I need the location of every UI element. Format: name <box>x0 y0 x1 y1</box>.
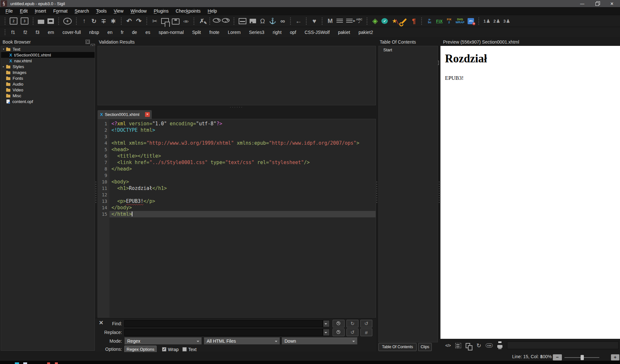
menu-file[interactable]: File <box>2 8 16 14</box>
code-line-9[interactable] <box>109 172 376 179</box>
code-line-1[interactable]: <?xml version="1.0" encoding="utf-8"?> <box>109 120 376 127</box>
anchor-icon[interactable]: ⚓ <box>269 16 276 26</box>
epubcheck-icon[interactable]: ◈ <box>372 16 378 26</box>
quick-button-opf[interactable]: opf <box>290 30 296 35</box>
find-marked-icon[interactable] <box>222 18 230 23</box>
index-editor-icon[interactable] <box>346 19 353 23</box>
code-line-11[interactable]: <h1>Rozdział</h1> <box>109 185 376 192</box>
code-line-5[interactable]: <head> <box>109 146 376 153</box>
menu-checkpoints[interactable]: Checkpoints <box>172 8 204 14</box>
code-line-7[interactable]: <link href="../s/Style0001.css" type="te… <box>109 159 376 166</box>
tree-item-nav-xhtml[interactable]: Xnav.xhtml <box>1 58 95 64</box>
clean-source-icon[interactable]: ★ <box>391 16 398 26</box>
tab-table-of-contents[interactable]: Table Of Contents <box>378 343 417 351</box>
code-line-4[interactable]: <html xmlns="http://www.w3.org/1999/xhtm… <box>109 140 376 146</box>
open-file-icon[interactable] <box>38 20 44 24</box>
well-formed-check-icon[interactable]: ✓ <box>381 18 388 24</box>
quick-button-em[interactable]: em <box>48 30 54 35</box>
book-browser-float-icon[interactable] <box>86 40 90 44</box>
code-lines[interactable]: <?xml version="1.0" encoding="utf-8"?><!… <box>109 119 376 317</box>
new-epub2-icon[interactable]: 2 <box>10 17 17 25</box>
back-icon[interactable]: ← <box>295 16 302 26</box>
code-line-6[interactable]: <title></title> <box>109 153 376 159</box>
tab-clips[interactable]: Clips <box>418 343 432 351</box>
quick-button-pakiet2[interactable]: pakiet2 <box>358 30 373 35</box>
toc-editor-icon[interactable] <box>336 19 343 23</box>
mode-combo[interactable]: Regex <box>124 338 202 345</box>
code-line-8[interactable]: </head> <box>109 166 376 172</box>
quick-button-es[interactable]: es <box>145 30 150 35</box>
copy-icon[interactable] <box>466 343 470 348</box>
close-button[interactable]: ✕ <box>605 0 619 7</box>
code-editor[interactable]: 123456789101112131415 <?xml version="1.0… <box>98 119 376 318</box>
link-icon[interactable]: ∞ <box>279 16 286 26</box>
find-input[interactable] <box>124 320 323 327</box>
code-line-13[interactable]: <p>EPUB3!</p> <box>109 198 376 204</box>
taskbar-icon[interactable] <box>55 362 58 364</box>
quick-button-lorem[interactable]: Lorem <box>228 30 241 35</box>
undo-icon[interactable]: ↶ <box>126 16 132 26</box>
code-line-15[interactable]: </html> <box>109 211 376 217</box>
quick-button-en[interactable]: en <box>108 30 113 35</box>
plugin-abc-icon[interactable]: a-bc <box>426 16 433 26</box>
taskbar-icon[interactable] <box>23 362 27 364</box>
cut-icon[interactable]: ✂ <box>151 16 158 26</box>
tree-item-fonts[interactable]: Fonts <box>1 75 95 81</box>
special-characters-icon[interactable]: Ω <box>259 16 266 26</box>
code-line-3[interactable] <box>109 133 376 140</box>
metadata-editor-icon[interactable]: M <box>327 16 333 26</box>
horizontal-splitter-handle[interactable] <box>229 107 243 108</box>
quick-button-nbsp[interactable]: nbsp <box>89 30 99 35</box>
donate-icon[interactable]: ♥ <box>311 16 317 26</box>
tab-section0001[interactable]: X Section0001.xhtml ✕ <box>98 110 152 119</box>
taskbar-icon[interactable] <box>47 362 50 364</box>
add-existing-files-icon[interactable]: + <box>63 18 72 25</box>
count-all-button[interactable]: # <box>360 328 372 336</box>
replace-current-button[interactable]: ↻ <box>346 320 358 328</box>
plugin-slot3-icon[interactable]: 3 <box>503 16 510 26</box>
menu-window[interactable]: Window <box>127 8 150 14</box>
minimize-button[interactable]: — <box>575 0 589 7</box>
find-icon[interactable] <box>213 18 221 23</box>
tree-item-content-opf[interactable]: content.opf <box>1 99 95 104</box>
insert-image-icon[interactable] <box>250 19 256 23</box>
quick-button-cover-full[interactable]: cover-full <box>63 30 81 35</box>
inspect-code-icon[interactable]: </> <box>445 343 451 348</box>
tab-close-icon[interactable]: ✕ <box>145 112 150 117</box>
zoom-in-button[interactable]: + <box>611 354 619 360</box>
left-splitter-handle[interactable] <box>95 181 97 203</box>
replace-find-button[interactable] <box>333 328 345 336</box>
tree-item-text[interactable]: ▾Text <box>1 46 95 52</box>
quick-button-series3[interactable]: Series3 <box>249 30 264 35</box>
zoom-out-button[interactable]: − <box>553 354 562 360</box>
toc-item-start[interactable]: Start <box>379 46 438 52</box>
find-history-dropdown[interactable] <box>323 320 330 327</box>
code-line-14[interactable]: </body> <box>109 204 376 211</box>
quick-button-right[interactable]: right <box>273 30 282 35</box>
quick-button-fnote[interactable]: fnote <box>209 30 219 35</box>
plugin-svgwrap-icon[interactable]: SVGWRAP <box>456 16 465 26</box>
tree-item-t-section0001-xhtml[interactable]: Xt/Section0001.xhtml <box>1 52 95 58</box>
select-all-icon[interactable] <box>455 343 461 348</box>
quick-button-fr[interactable]: fr <box>121 30 124 35</box>
delete-formatting-icon[interactable]: ✗ <box>199 16 205 26</box>
reload-icon[interactable]: ↻ <box>91 16 97 26</box>
refresh-preview-icon[interactable]: ↻ <box>476 342 481 349</box>
insert-split-marker-icon[interactable]: ∓ <box>100 16 107 26</box>
redo-icon[interactable]: ↷ <box>136 16 142 26</box>
find-next-button[interactable] <box>333 320 345 328</box>
split-view-icon[interactable] <box>239 18 246 24</box>
quick-button-span-normal[interactable]: span-normal <box>159 30 184 35</box>
plugin-slot1-icon[interactable]: 1 <box>483 16 490 26</box>
quick-button-f1[interactable]: f1 <box>11 30 15 35</box>
quick-button-f2[interactable]: f2 <box>24 30 27 35</box>
replace-history-dropdown[interactable] <box>323 329 330 336</box>
direction-combo[interactable]: Down <box>282 338 357 345</box>
plugin-fix2-icon[interactable]: FIX2 <box>446 16 452 26</box>
menu-search[interactable]: Search <box>71 8 92 14</box>
quick-button-split[interactable]: Split <box>192 30 201 35</box>
quick-button-f3[interactable]: f3 <box>36 30 39 35</box>
quick-button-de[interactable]: de <box>132 30 137 35</box>
menu-edit[interactable]: Edit <box>16 8 31 14</box>
paste-icon[interactable] <box>172 18 180 25</box>
